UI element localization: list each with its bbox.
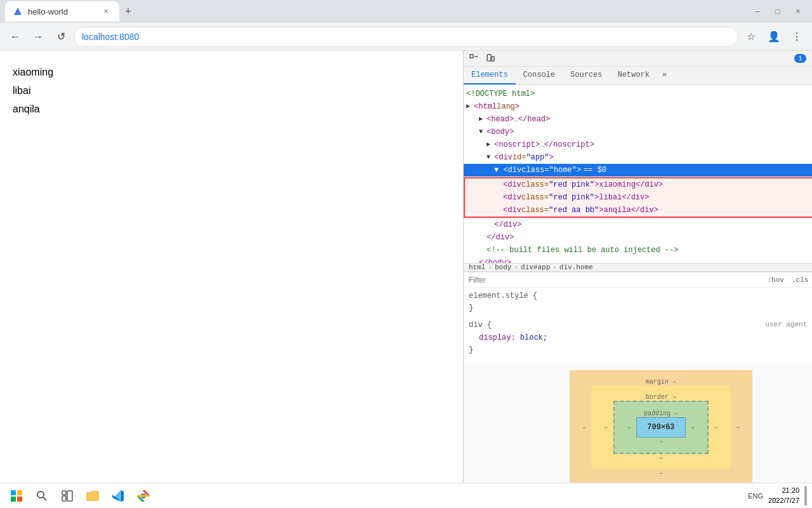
inspect-element-button[interactable] bbox=[466, 51, 481, 66]
element-style-close: } bbox=[469, 302, 812, 314]
tree-div-anqila[interactable]: <div class= "red aa bb" >anqila</div> bbox=[465, 204, 812, 217]
taskbar-vscode[interactable] bbox=[107, 485, 129, 507]
taskbar-file-explorer[interactable] bbox=[81, 485, 104, 507]
breadcrumb-home[interactable]: div.home bbox=[560, 264, 593, 271]
webpage-line-2: libai bbox=[13, 82, 450, 100]
title-bar: hello-world × + – □ × bbox=[0, 0, 812, 23]
menu-button[interactable]: ⋮ bbox=[787, 27, 807, 47]
filter-actions: :hov .cls + 🎨 ☰ bbox=[765, 275, 812, 284]
devtools-panel: 1 ⚙ ⋮ × Elements Console Sources Network… bbox=[463, 51, 812, 483]
new-tab-button[interactable]: + bbox=[119, 3, 137, 20]
taskbar-task-view[interactable] bbox=[56, 485, 79, 507]
svg-rect-4 bbox=[492, 57, 494, 61]
padding-right: – bbox=[691, 424, 695, 431]
bookmark-button[interactable]: ☆ bbox=[741, 27, 761, 47]
div-display-prop: display: block; bbox=[469, 332, 812, 344]
tree-div-home-selected[interactable]: ▼ <div class= "home" > == $0 bbox=[464, 164, 812, 177]
tab-close-button[interactable]: × bbox=[100, 6, 112, 17]
tree-div-xiaoming[interactable]: <div class= "red pink" >xiaoming</div> bbox=[465, 178, 812, 191]
margin-right: – bbox=[736, 424, 740, 431]
tree-close-div-app[interactable]: </div> bbox=[464, 231, 812, 244]
border-right: – bbox=[714, 424, 718, 431]
back-button[interactable]: ← bbox=[5, 27, 25, 47]
margin-left: – bbox=[582, 424, 587, 431]
start-button[interactable] bbox=[5, 485, 28, 507]
minimize-button[interactable]: – bbox=[749, 3, 766, 20]
cls-filter-button[interactable]: .cls bbox=[789, 276, 811, 284]
reload-button[interactable]: ↺ bbox=[51, 27, 71, 47]
clock-time: 21:20 bbox=[768, 486, 799, 495]
main-area: xiaoming libai anqila 1 ⚙ ⋮ × Elements C… bbox=[0, 51, 812, 483]
element-style-selector: element.style { bbox=[469, 290, 812, 302]
styles-content: element.style { } div { user agent style… bbox=[464, 288, 812, 364]
svg-rect-1 bbox=[470, 55, 473, 58]
tree-div-app[interactable]: ▼ <div id= "app" > bbox=[464, 151, 812, 164]
tree-head[interactable]: ▶ <head> … </head> bbox=[464, 113, 812, 126]
svg-rect-11 bbox=[62, 491, 66, 495]
breadcrumb-app[interactable]: div#app bbox=[521, 264, 550, 271]
ua-stylesheet-label: user agent stylesheet bbox=[765, 319, 812, 331]
webpage-line-3: anqila bbox=[13, 100, 450, 119]
tree-div-libai[interactable]: <div class= "red pink" >libai</div> bbox=[465, 191, 812, 204]
tree-body[interactable]: ▼ <body> bbox=[464, 126, 812, 138]
tab-elements[interactable]: Elements bbox=[464, 67, 516, 84]
forward-button[interactable]: → bbox=[28, 27, 48, 47]
svg-marker-0 bbox=[15, 8, 21, 15]
address-bar[interactable]: localhost:8080 bbox=[74, 27, 738, 47]
tab-network[interactable]: Network bbox=[610, 67, 657, 84]
box-model: margin – – border – – padding – – bbox=[464, 364, 812, 491]
svg-line-10 bbox=[43, 497, 46, 500]
devtools-toolbar: 1 ⚙ ⋮ × bbox=[464, 51, 812, 67]
devtools-tabs-more[interactable]: » bbox=[657, 67, 672, 84]
border-label: border bbox=[646, 394, 669, 401]
padding-label: padding – bbox=[644, 410, 678, 417]
breadcrumb-body[interactable]: body bbox=[495, 264, 511, 271]
tab-favicon bbox=[13, 6, 23, 17]
taskbar-search-button[interactable] bbox=[30, 485, 53, 507]
margin-label: margin bbox=[646, 378, 669, 385]
filter-bar: :hov .cls + 🎨 ☰ bbox=[464, 272, 812, 288]
highlighted-html-block: <div class= "red pink" >xiaoming</div> <… bbox=[464, 177, 812, 218]
html-tree: <!DOCTYPE html> ▶ <html lang > ▶ <head> … bbox=[464, 85, 812, 263]
tab-sources[interactable]: Sources bbox=[563, 67, 610, 84]
taskbar-right: ENG 21:20 2022/7/27 bbox=[748, 486, 807, 505]
close-browser-button[interactable]: × bbox=[789, 3, 807, 20]
taskbar-time: 21:20 2022/7/27 bbox=[768, 486, 799, 505]
tab-console[interactable]: Console bbox=[516, 67, 563, 84]
show-desktop-button[interactable] bbox=[804, 486, 807, 505]
breadcrumb: html › body › div#app › div.home bbox=[464, 263, 812, 272]
device-toggle-button[interactable] bbox=[483, 51, 498, 66]
svg-rect-7 bbox=[11, 497, 16, 502]
tree-doctype[interactable]: <!DOCTYPE html> bbox=[464, 88, 812, 100]
webpage-content: xiaoming libai anqila bbox=[13, 64, 450, 118]
svg-rect-3 bbox=[487, 55, 491, 61]
lang-indicator: ENG bbox=[748, 492, 763, 500]
padding-left: – bbox=[627, 424, 632, 431]
sys-tray: ENG bbox=[748, 492, 763, 500]
styles-filter-input[interactable] bbox=[469, 276, 763, 284]
svg-rect-6 bbox=[17, 490, 22, 495]
nav-actions: ☆ 👤 ⋮ bbox=[741, 27, 807, 47]
tree-html[interactable]: ▶ <html lang > bbox=[464, 100, 812, 113]
browser-tab[interactable]: hello-world × bbox=[5, 1, 119, 22]
breadcrumb-html[interactable]: html bbox=[469, 264, 485, 271]
tree-comment[interactable]: <!-- built files will be auto injected -… bbox=[464, 244, 812, 257]
title-bar-controls: – □ × bbox=[749, 3, 807, 20]
element-style-rule: element.style { } bbox=[469, 290, 812, 314]
div-style-selector-line: div { user agent stylesheet bbox=[469, 319, 812, 331]
border-bottom: – bbox=[604, 454, 718, 462]
nav-bar: ← → ↺ localhost:8080 ☆ 👤 ⋮ bbox=[0, 23, 812, 51]
webpage-preview: xiaoming libai anqila bbox=[0, 51, 463, 483]
box-margin: margin – – border – – padding – – bbox=[570, 370, 753, 485]
tree-close-body[interactable]: </body> bbox=[464, 257, 812, 263]
profile-button[interactable]: 👤 bbox=[764, 27, 784, 47]
svg-rect-13 bbox=[62, 496, 66, 501]
devtools-settings-button[interactable]: ⚙ bbox=[808, 51, 812, 66]
tree-close-div-home[interactable]: </div> bbox=[464, 218, 812, 231]
taskbar-chrome[interactable] bbox=[132, 485, 155, 507]
tree-noscript[interactable]: ▶ <noscript> … </noscript> bbox=[464, 138, 812, 151]
taskbar: ENG 21:20 2022/7/27 bbox=[0, 483, 812, 508]
hov-filter-button[interactable]: :hov bbox=[765, 276, 787, 284]
address-text: localhost:8080 bbox=[82, 32, 139, 42]
maximize-button[interactable]: □ bbox=[769, 3, 787, 20]
